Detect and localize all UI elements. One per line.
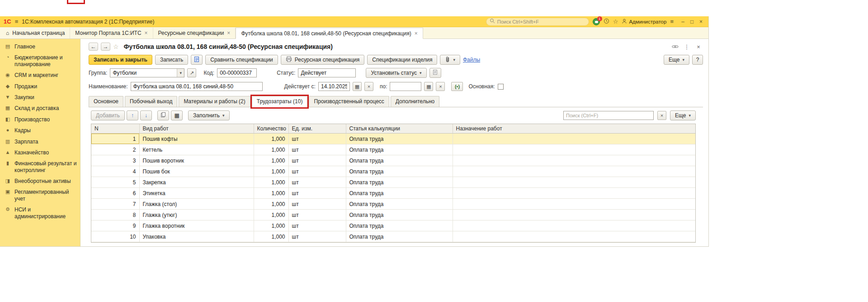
cell-quantity[interactable]: 1,000 <box>254 177 288 188</box>
cell-quantity[interactable]: 1,000 <box>254 210 288 221</box>
sidebar-item-fixed-assets[interactable]: ◨Внеоборотные активы <box>0 176 80 187</box>
more-kebab-icon[interactable]: ⋮ <box>682 43 691 50</box>
close-icon[interactable]: × <box>145 30 148 36</box>
valid-from-input[interactable] <box>319 82 349 91</box>
valid-to-clear-button[interactable]: × <box>436 82 445 91</box>
sidebar-item-master-data[interactable]: ⚙НСИ и администрирование <box>0 204 80 222</box>
tab-additional[interactable]: Дополнительно <box>391 96 439 107</box>
sidebar-item-production[interactable]: ◧Производство <box>0 114 80 125</box>
cell-purpose[interactable] <box>453 188 695 199</box>
cell-work-type[interactable]: Пошив воротник <box>139 155 254 166</box>
favorite-star-icon[interactable]: ☆ <box>113 43 119 50</box>
tab-labor[interactable]: Трудозатраты (10) <box>252 96 308 107</box>
table-row[interactable]: 2Кеттель1,000штОплата труда <box>91 144 695 155</box>
sidebar-item-purchases[interactable]: ▼Закупки <box>0 92 80 103</box>
tab-current-spec[interactable]: Футболка школа 08.01, 168 синий,48-50 (Р… <box>236 28 423 39</box>
fill-button[interactable]: Заполнить ▾ <box>188 110 229 120</box>
cell-cost-item[interactable]: Оплата труда <box>346 231 453 242</box>
tab-production-process[interactable]: Производственный процесс <box>309 96 389 107</box>
close-icon[interactable]: × <box>415 30 418 37</box>
status-history-button[interactable] <box>429 68 441 78</box>
cell-purpose[interactable] <box>453 134 695 144</box>
grid-search[interactable] <box>563 111 654 120</box>
cell-unit[interactable]: шт <box>288 210 346 221</box>
cell-unit[interactable]: шт <box>288 221 346 231</box>
valid-from-calendar-button[interactable]: ▦ <box>353 82 362 91</box>
group-input[interactable] <box>110 69 177 77</box>
sidebar-item-budgeting[interactable]: ◔Бюджетирование и планирование <box>0 52 80 70</box>
cell-line-number[interactable]: 8 <box>91 210 139 221</box>
column-header-n[interactable]: N <box>91 124 139 134</box>
cell-quantity[interactable]: 1,000 <box>254 221 288 231</box>
cell-work-type[interactable]: Кеттель <box>139 144 254 155</box>
valid-from-clear-button[interactable]: × <box>364 82 373 91</box>
minimize-icon[interactable]: – <box>679 19 687 25</box>
cell-unit[interactable]: шт <box>288 134 346 144</box>
cell-work-type[interactable]: Закрепка <box>139 177 254 188</box>
cell-purpose[interactable] <box>453 155 695 166</box>
close-icon[interactable]: × <box>697 19 705 25</box>
table-row[interactable]: 8Глажка (утюг)1,000штОплата труда <box>91 210 695 221</box>
cell-work-type[interactable]: Глажка (утюг) <box>139 210 254 221</box>
discussions-icon[interactable]: 1 <box>593 18 600 25</box>
close-icon[interactable]: × <box>227 30 230 36</box>
sidebar-item-warehouse[interactable]: ▦Склад и доставка <box>0 103 80 114</box>
cell-quantity[interactable]: 1,000 <box>254 188 288 199</box>
link-icon[interactable] <box>670 43 679 50</box>
save-close-button[interactable]: Записать и закрыть <box>89 55 152 65</box>
cell-unit[interactable]: шт <box>288 188 346 199</box>
table-row[interactable]: 1Пошив кофты1,000штОплата труда <box>91 134 695 144</box>
cell-work-type[interactable]: Упаковка <box>139 231 254 242</box>
grid-search-clear-button[interactable]: × <box>657 111 666 120</box>
cell-line-number[interactable]: 3 <box>91 155 139 166</box>
close-document-icon[interactable]: × <box>694 43 703 50</box>
cell-purpose[interactable] <box>453 210 695 221</box>
cell-work-type[interactable]: Пошив бок <box>139 166 254 177</box>
check-fill-button[interactable] <box>191 55 203 65</box>
maximize-icon[interactable]: □ <box>688 19 696 25</box>
main-checkbox[interactable] <box>498 84 504 90</box>
cell-line-number[interactable]: 5 <box>91 177 139 188</box>
cell-cost-item[interactable]: Оплата труда <box>346 210 453 221</box>
column-header-purpose[interactable]: Назначение работ <box>453 124 695 134</box>
table-row[interactable]: 6Этикетка1,000штОплата труда <box>91 188 695 199</box>
cell-purpose[interactable] <box>453 166 695 177</box>
cell-cost-item[interactable]: Оплата труда <box>346 221 453 231</box>
sidebar-item-payroll[interactable]: ▥Зарплата <box>0 136 80 147</box>
sidebar-item-hr[interactable]: ●Кадры <box>0 125 80 136</box>
cell-unit[interactable]: шт <box>288 166 346 177</box>
sidebar-item-main[interactable]: ▤Главное <box>0 41 80 52</box>
tab-byproduct[interactable]: Побочный выход <box>125 96 177 107</box>
group-select[interactable]: ▾ <box>110 68 184 77</box>
sidebar-item-treasury[interactable]: ▲Казначейство <box>0 147 80 158</box>
sidebar-item-crm[interactable]: ◉CRM и маркетинг <box>0 70 80 81</box>
cell-quantity[interactable]: 1,000 <box>254 144 288 155</box>
user-menu[interactable]: Администратор <box>622 19 666 25</box>
cell-work-type[interactable]: Глажка воротник <box>139 221 254 231</box>
history-icon[interactable] <box>604 18 609 25</box>
cell-purpose[interactable] <box>453 231 695 242</box>
table-row[interactable]: 3Пошив воротник1,000штОплата труда <box>91 155 695 166</box>
cell-quantity[interactable]: 1,000 <box>254 134 288 144</box>
chevron-down-icon[interactable]: ▾ <box>177 69 184 77</box>
tab-main[interactable]: Основное <box>89 96 123 107</box>
add-row-button[interactable]: Добавить <box>91 110 125 120</box>
product-specs-button[interactable]: Спецификации изделия <box>367 55 437 65</box>
cell-line-number[interactable]: 9 <box>91 221 139 231</box>
grid-settings-button[interactable]: ▦ <box>171 110 183 120</box>
back-button[interactable]: ← <box>89 43 98 51</box>
cell-line-number[interactable]: 10 <box>91 231 139 242</box>
forward-button[interactable]: → <box>101 43 110 51</box>
name-input[interactable] <box>131 82 262 91</box>
cell-cost-item[interactable]: Оплата труда <box>346 155 453 166</box>
grid-search-input[interactable] <box>566 113 651 118</box>
cell-unit[interactable]: шт <box>288 231 346 242</box>
tab-its-monitor[interactable]: Монитор Портала 1С:ИТС × <box>70 28 153 38</box>
name-field[interactable] <box>131 82 263 91</box>
cell-cost-item[interactable]: Оплата труда <box>346 199 453 210</box>
cell-purpose[interactable] <box>453 144 695 155</box>
global-search[interactable] <box>486 18 589 26</box>
cell-work-type[interactable]: Глажка (стол) <box>139 199 254 210</box>
table-row[interactable]: 5Закрепка1,000штОплата труда <box>91 177 695 188</box>
tab-resource-specs[interactable]: Ресурсные спецификации × <box>153 28 236 38</box>
